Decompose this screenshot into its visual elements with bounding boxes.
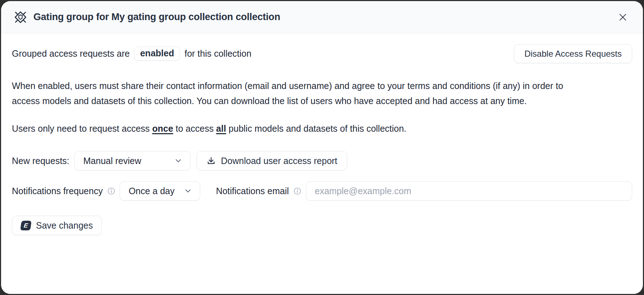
close-icon	[618, 13, 627, 22]
notifications-row: Notifications frequency Once a day Notif…	[12, 181, 632, 201]
notifications-email-label: Notifications email	[216, 186, 289, 196]
notifications-frequency-selected-value: Once a day	[129, 186, 175, 196]
status-text-before: Grouped access requests are	[12, 48, 130, 59]
request-once-paragraph: Users only need to request access once t…	[12, 121, 567, 136]
modal-title: Gating group for My gating group collect…	[33, 11, 280, 23]
save-row: E Save changes	[12, 216, 632, 235]
p2-text: to access	[173, 123, 216, 134]
status-text-after: for this collection	[184, 48, 251, 59]
new-requests-select[interactable]: Manual review	[74, 151, 190, 170]
p2-all-emphasis: all	[216, 123, 226, 134]
notifications-frequency-select[interactable]: Once a day	[120, 181, 200, 201]
chevron-down-icon	[174, 156, 183, 165]
p2-text: Users only need to request access	[12, 123, 152, 134]
download-tray-icon	[206, 156, 216, 166]
save-changes-button[interactable]: E Save changes	[12, 216, 102, 235]
notifications-email-input[interactable]	[306, 181, 632, 201]
download-user-access-report-button[interactable]: Download user access report	[197, 151, 347, 170]
info-icon[interactable]	[293, 187, 302, 195]
close-button[interactable]	[615, 9, 631, 25]
gating-group-modal: Gating group for My gating group collect…	[1, 1, 643, 294]
description-paragraph: When enabled, users must share their con…	[12, 78, 567, 108]
disable-access-requests-button[interactable]: Disable Access Requests	[514, 44, 632, 63]
notifications-frequency-label: Notifications frequency	[12, 186, 103, 196]
chevron-down-icon	[183, 186, 193, 196]
enterprise-badge-icon: E	[20, 221, 32, 230]
info-icon[interactable]	[107, 187, 115, 195]
p2-once-emphasis: once	[152, 123, 173, 134]
save-button-label: Save changes	[36, 220, 93, 231]
status-row: Grouped access requests are enabled for …	[12, 44, 632, 63]
new-requests-selected-value: Manual review	[83, 156, 141, 166]
download-button-label: Download user access report	[221, 156, 337, 166]
new-requests-label: New requests:	[12, 156, 69, 166]
new-requests-row: New requests: Manual review Dow	[12, 151, 632, 170]
gated-shield-icon	[13, 10, 28, 24]
status-badge: enabled	[134, 47, 180, 61]
p2-text: public models and datasets of this colle…	[226, 123, 406, 134]
modal-header: Gating group for My gating group collect…	[1, 1, 643, 33]
modal-body: Grouped access requests are enabled for …	[1, 33, 643, 294]
